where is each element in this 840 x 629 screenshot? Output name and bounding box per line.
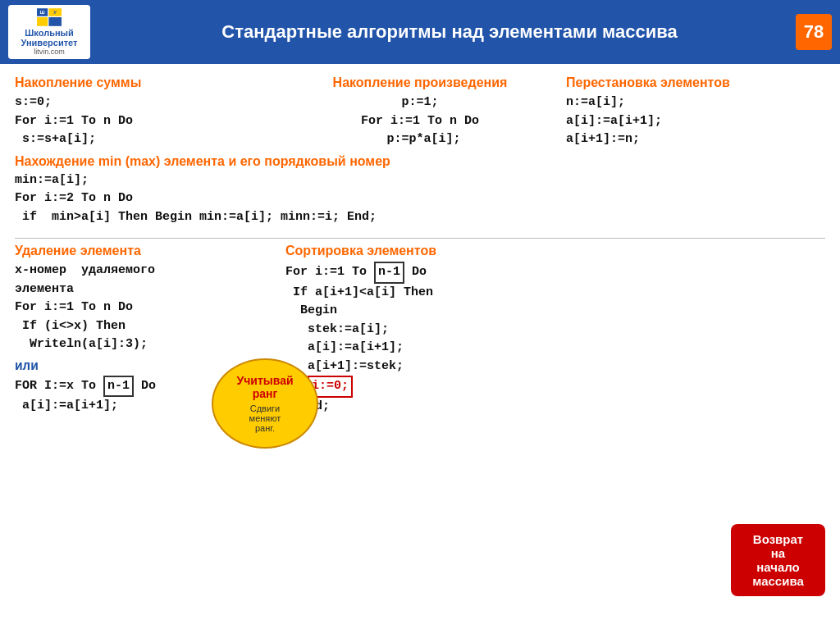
prod-line-2: For i:=1 To n Do xyxy=(290,112,550,131)
sort-line-5: a[i]:=a[i+1]; xyxy=(285,339,825,358)
content: Накопление суммы s:=0; For i:=1 To n Do … xyxy=(0,64,840,629)
swap-code: n:=a[i]; a[i]:=a[i+1]; a[i+1]:=n; xyxy=(566,93,825,149)
swap-line-2: a[i]:=a[i+1]; xyxy=(566,112,825,131)
logo-text-top: Школьный xyxy=(25,28,73,38)
svg-text:Ш: Ш xyxy=(40,10,45,15)
minmax-line-3: if min>a[i] Then Begin min:=a[i]; minn:=… xyxy=(15,208,825,227)
prod-line-3: p:=p*a[i]; xyxy=(290,130,550,149)
sum-line-2: For i:=1 To n Do xyxy=(15,112,274,131)
section-sum: Накопление суммы s:=0; For i:=1 To n Do … xyxy=(15,75,282,149)
balloon-return: Возвратнаначаломассива xyxy=(731,524,825,596)
sum-title: Накопление суммы xyxy=(15,75,274,90)
balloon-rank-title: Учитывайранг xyxy=(236,374,293,400)
header: Ш У Школьный Университет litvin.com Стан… xyxy=(0,0,840,64)
sort-line-4: stek:=a[i]; xyxy=(285,321,825,340)
divider xyxy=(15,238,825,239)
svg-rect-2 xyxy=(37,17,48,26)
sum-line-1: s:=0; xyxy=(15,93,274,112)
n1-highlight-sort: n-1 xyxy=(374,262,404,284)
sort-line-2: If a[i+1]<a[i] Then xyxy=(285,284,825,303)
section-prod: Накопление произведения p:=1; For i:=1 T… xyxy=(282,75,558,149)
swap-line-1: n:=a[i]; xyxy=(566,93,825,112)
balloon-return-text: Возвратнаначаломассива xyxy=(752,532,804,588)
sum-code: s:=0; For i:=1 To n Do s:=s+a[i]; xyxy=(15,93,274,149)
delete-line-3: For i:=1 To n Do xyxy=(15,299,269,317)
minmax-line-2: For i:=2 To n Do xyxy=(15,189,825,208)
logo-text-mid: Университет xyxy=(21,38,78,48)
delete-line-1: x-номер удаляемого xyxy=(15,262,269,280)
delete-title: Удаление элемента xyxy=(15,244,269,258)
prod-code: p:=1; For i:=1 To n Do p:=p*a[i]; xyxy=(290,93,550,149)
logo-text-bottom: litvin.com xyxy=(34,48,65,56)
delete-line-2: элемента xyxy=(15,280,269,299)
header-title: Стандартные алгоритмы над элементами мас… xyxy=(103,21,796,43)
svg-rect-3 xyxy=(48,17,62,26)
minmax-line-1: min:=a[i]; xyxy=(15,171,825,190)
prod-line-1: p:=1; xyxy=(290,93,550,112)
sort-line-1: For i:=1 To n-1 Do xyxy=(285,262,825,284)
sort-code: For i:=1 To n-1 Do If a[i+1]<a[i] Then B… xyxy=(285,262,825,416)
sort-title: Сортировка элементов xyxy=(285,244,825,258)
bottom-section: Удаление элемента x-номер удаляемого эле… xyxy=(15,244,825,621)
swap-line-3: a[i+1]:=n; xyxy=(566,130,825,149)
delete-line-5: Writeln(a[i]:3); xyxy=(15,335,269,354)
logo-icon: Ш У xyxy=(37,8,62,26)
balloon-rank: Учитывайранг Сдвигименяютранг. xyxy=(212,358,318,449)
sort-line-6: a[i+1]:=stek; xyxy=(285,358,825,376)
minmax-code: min:=a[i]; For i:=2 To n Do if min>a[i] … xyxy=(15,171,825,227)
sort-line-3: Begin xyxy=(285,302,825,321)
logo: Ш У Школьный Университет litvin.com xyxy=(8,5,90,59)
page-number: 78 xyxy=(796,14,832,50)
sort-line-7: i:=0; xyxy=(285,376,825,398)
prod-title: Накопление произведения xyxy=(290,75,550,90)
n1-highlight-delete: n-1 xyxy=(103,376,134,398)
section-swap: Перестановка элементов n:=a[i]; a[i]:=a[… xyxy=(558,75,825,149)
svg-text:У: У xyxy=(53,10,57,15)
balloon-rank-sub: Сдвигименяютранг. xyxy=(249,403,281,433)
minmax-title: Нахождение min (max) элемента и его поря… xyxy=(15,154,825,169)
section-sort: Сортировка элементов For i:=1 To n-1 Do … xyxy=(277,244,825,621)
swap-title: Перестановка элементов xyxy=(566,75,825,90)
delete-code: x-номер удаляемого элемента For i:=1 To … xyxy=(15,262,269,354)
section-minmax: Нахождение min (max) элемента и его поря… xyxy=(15,154,825,227)
top-section: Накопление суммы s:=0; For i:=1 To n Do … xyxy=(15,75,825,149)
delete-line-4: If (i<>x) Then xyxy=(15,317,269,336)
sort-line-8: End; xyxy=(285,398,825,417)
sum-line-3: s:=s+a[i]; xyxy=(15,130,274,149)
